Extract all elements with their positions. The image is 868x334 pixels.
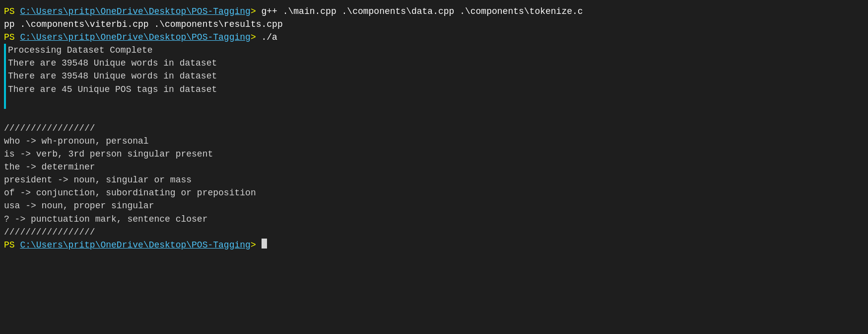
terminal-window: PS C:\Users\pritp\OneDrive\Desktop\POS-T… — [0, 0, 868, 334]
output-processing-2: There are 39548 Unique words in dataset — [8, 57, 864, 70]
pos-who: who -> wh-pronoun, personal — [4, 135, 864, 148]
pos-president: president -> noun, singular or mass — [4, 173, 864, 186]
cyan-bar — [4, 44, 6, 108]
pos-usa: usa -> noun, proper singular — [4, 199, 864, 212]
pos-question: ? -> punctuation mark, sentence closer — [4, 213, 864, 226]
pos-is: is -> verb, 3rd person singular present — [4, 148, 864, 161]
output-lines: Processing Dataset Complete There are 39… — [8, 44, 864, 108]
gpp-command-wrap: pp .\components\viterbi.cpp .\components… — [4, 18, 283, 31]
output-tags-count: There are 45 Unique POS tags in dataset — [8, 83, 864, 96]
ps-path-2: C:\Users\pritp\OneDrive\Desktop\POS-Tagg… — [20, 31, 250, 44]
ps-label-1: PS — [4, 5, 20, 18]
ps-arrow-final: > — [251, 239, 262, 251]
command-line-2: PS C:\Users\pritp\OneDrive\Desktop\POS-T… — [4, 31, 864, 44]
ps-path-1: C:\Users\pritp\OneDrive\Desktop\POS-Tagg… — [20, 5, 250, 18]
divider-bottom: ///////////////// — [4, 226, 864, 239]
blank-line — [4, 109, 864, 122]
output-words-count: There are 39548 Unique words in dataset — [8, 70, 864, 83]
ps-arrow-1: > — [251, 5, 262, 18]
ps-path-final: C:\Users\pritp\OneDrive\Desktop\POS-Tagg… — [20, 239, 250, 251]
pos-of: of -> conjunction, subordinating or prep… — [4, 186, 864, 199]
divider-top: ///////////////// — [4, 122, 864, 135]
gpp-command: g++ .\main.cpp .\components\data.cpp .\c… — [262, 5, 583, 18]
ps-label-final: PS — [4, 239, 20, 251]
ps-arrow-2: > — [251, 31, 262, 44]
final-prompt-line: PS C:\Users\pritp\OneDrive\Desktop\POS-T… — [4, 239, 864, 251]
ps-label-2: PS — [4, 31, 20, 44]
run-command: ./a — [262, 31, 277, 44]
command-line-1: PS C:\Users\pritp\OneDrive\Desktop\POS-T… — [4, 5, 864, 18]
pos-the: the -> determiner — [4, 161, 864, 173]
output-blank — [8, 96, 864, 109]
output-processing-1: Processing Dataset Complete — [8, 44, 864, 57]
command-line-1-wrap: pp .\components\viterbi.cpp .\components… — [4, 18, 864, 31]
terminal-cursor — [262, 239, 267, 249]
output-section: Processing Dataset Complete There are 39… — [4, 44, 864, 108]
